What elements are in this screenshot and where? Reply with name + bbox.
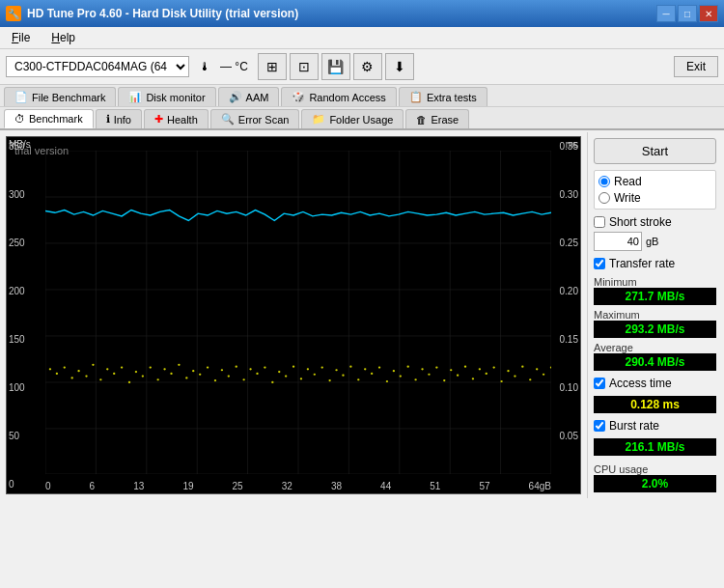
svg-point-77 (464, 366, 466, 368)
save-icon-btn[interactable]: 💾 (321, 53, 350, 80)
y-axis-left: 350 300 250 200 150 100 50 0 (7, 137, 45, 493)
x-label-25: 25 (233, 481, 243, 491)
window-title: HD Tune Pro 4.60 - Hard Disk Utility (tr… (27, 7, 298, 20)
maximize-button[interactable]: □ (678, 5, 697, 22)
svg-point-32 (142, 376, 144, 378)
tab-aam[interactable]: 🔊 AAM (218, 87, 280, 106)
menu-help[interactable]: Help (45, 29, 81, 46)
tab-file-benchmark-label: File Benchmark (32, 92, 105, 103)
disk-monitor-icon: 📊 (128, 91, 142, 103)
menu-bar: File Help (0, 27, 724, 49)
copy-icon-btn[interactable]: ⊞ (258, 53, 287, 80)
svg-point-39 (192, 370, 194, 372)
y-right-0 (553, 479, 578, 490)
svg-point-45 (236, 366, 237, 368)
write-label: Write (614, 191, 641, 205)
tab-extra-tests[interactable]: 📋 Extra tests (399, 87, 487, 106)
main-content: trial version MB/s ms 350 300 250 200 15… (0, 130, 724, 500)
burst-rate-value: 216.1 MB/s (594, 438, 716, 456)
svg-point-22 (70, 377, 72, 378)
svg-point-79 (479, 368, 481, 370)
tab-health[interactable]: ✚ Health (144, 109, 209, 128)
info-icon: ℹ (106, 113, 110, 126)
settings-icon-btn[interactable]: ⚙ (353, 53, 382, 80)
tabs-row-1: 📄 File Benchmark 📊 Disk monitor 🔊 AAM 🎲 … (0, 85, 724, 107)
info-icon-btn[interactable]: ⊡ (290, 53, 319, 80)
svg-point-52 (285, 376, 287, 378)
tabs-row-2: ⏱ Benchmark ℹ Info ✚ Health 🔍 Error Scan… (0, 107, 724, 130)
svg-point-19 (49, 368, 51, 370)
svg-point-50 (271, 381, 273, 383)
svg-point-59 (335, 369, 337, 371)
drive-dropdown[interactable]: C300-CTFDDAC064MAG (64 gB) (6, 56, 189, 77)
read-radio[interactable] (599, 176, 610, 187)
svg-point-83 (507, 370, 509, 372)
svg-point-24 (85, 376, 87, 378)
svg-point-30 (128, 381, 130, 383)
stroke-value-input[interactable] (594, 232, 642, 251)
close-button[interactable]: ✕ (699, 5, 718, 22)
burst-rate-checkbox[interactable] (594, 420, 605, 432)
average-value: 290.4 MB/s (594, 353, 716, 371)
y-label-350: 350 (9, 141, 43, 152)
y-label-250: 250 (9, 238, 43, 248)
y-label-150: 150 (9, 334, 43, 345)
tab-file-benchmark[interactable]: 📄 File Benchmark (4, 87, 116, 106)
short-stroke-checkbox[interactable] (594, 216, 605, 228)
svg-point-42 (214, 379, 216, 381)
x-label-0: 0 (45, 481, 51, 491)
tab-folder-usage[interactable]: 📁 Folder Usage (301, 109, 404, 128)
x-label-57: 57 (479, 481, 489, 491)
tab-health-label: Health (167, 114, 198, 126)
svg-point-33 (150, 366, 152, 368)
svg-point-26 (99, 378, 101, 380)
svg-point-54 (300, 378, 302, 379)
menu-file[interactable]: File (6, 29, 36, 46)
svg-point-64 (371, 373, 373, 375)
aam-icon: 🔊 (229, 91, 242, 103)
temperature-icon: 🌡 (195, 55, 214, 78)
y-right-025: 0.25 (553, 238, 578, 248)
tab-benchmark[interactable]: ⏱ Benchmark (4, 109, 94, 128)
svg-point-65 (378, 366, 380, 368)
x-axis-labels: 0 6 13 19 25 32 38 44 51 57 64gB (45, 481, 551, 491)
svg-point-85 (521, 366, 523, 368)
tab-random-access[interactable]: 🎲 Random Access (281, 87, 396, 106)
x-label-64: 64gB (529, 481, 551, 491)
svg-point-66 (386, 380, 388, 382)
tab-erase-label: Erase (431, 114, 459, 126)
y-label-50: 50 (9, 431, 43, 441)
svg-point-74 (443, 379, 445, 381)
burst-rate-label: Burst rate (609, 419, 659, 433)
tab-info[interactable]: ℹ Info (96, 109, 142, 128)
extra-tests-icon: 📋 (409, 91, 423, 103)
tab-error-scan[interactable]: 🔍 Error Scan (210, 109, 300, 128)
minimize-button[interactable]: ─ (656, 5, 676, 22)
download-icon-btn[interactable]: ⬇ (385, 53, 414, 80)
tab-disk-monitor[interactable]: 📊 Disk monitor (118, 87, 215, 106)
temperature-display: — °C (220, 60, 248, 73)
average-label: Average (594, 342, 716, 353)
svg-point-44 (228, 376, 230, 378)
exit-button[interactable]: Exit (674, 56, 718, 77)
svg-point-68 (400, 376, 402, 378)
cpu-usage-label: CPU usage (594, 463, 716, 475)
tab-erase[interactable]: 🗑 Erase (405, 109, 469, 128)
access-time-dots (49, 364, 551, 383)
access-time-checkbox-row: Access time (594, 377, 716, 390)
svg-point-47 (249, 368, 251, 370)
y-label-200: 200 (9, 286, 43, 296)
title-bar-left: 🔧 HD Tune Pro 4.60 - Hard Disk Utility (… (6, 6, 298, 21)
transfer-rate-checkbox[interactable] (594, 258, 605, 269)
read-write-group: Read Write (594, 170, 716, 210)
svg-point-86 (529, 378, 531, 380)
benchmark-icon: ⏱ (14, 113, 25, 125)
write-radio-row: Write (599, 191, 711, 205)
x-label-51: 51 (430, 481, 440, 491)
start-button[interactable]: Start (594, 138, 716, 164)
chart-area: trial version MB/s ms 350 300 250 200 15… (6, 136, 581, 494)
burst-rate-checkbox-row: Burst rate (594, 419, 716, 433)
access-time-checkbox[interactable] (594, 378, 605, 389)
write-radio[interactable] (599, 192, 610, 204)
stats-section: Minimum 271.7 MB/s Maximum 293.2 MB/s Av… (594, 276, 716, 371)
